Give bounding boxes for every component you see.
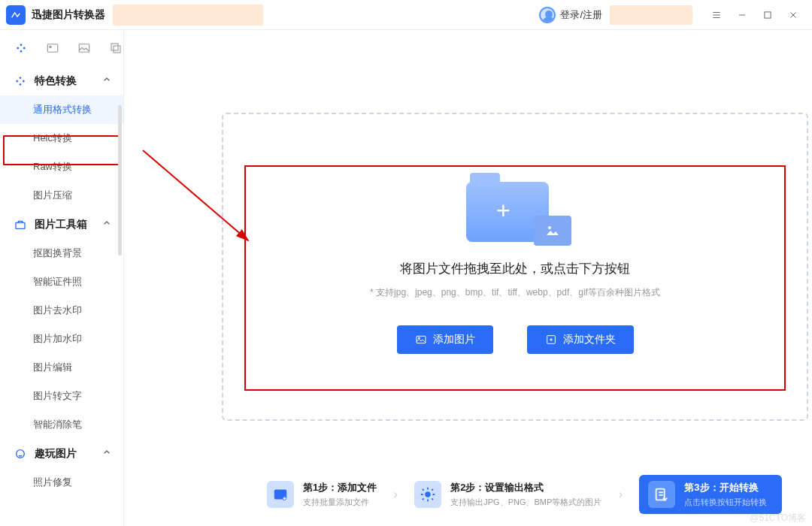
step-title: 第2步：设置输出格式	[450, 481, 601, 494]
step2-icon	[414, 481, 441, 508]
steps-bar: 第1步：添加文件 支持批量添加文件 › 第2步：设置输出格式 支持输出JPG、P…	[267, 472, 804, 517]
menu-button[interactable]	[704, 2, 729, 28]
folder-add-icon: +	[462, 167, 568, 249]
svg-point-8	[548, 226, 551, 229]
dropzone-subtitle: * 支持jpg、jpeg、png、bmp、tif、tiff、webp、pdf、g…	[370, 286, 660, 299]
svg-point-2	[50, 46, 51, 47]
button-label: 添加文件夹	[563, 333, 616, 346]
sidebar-item-add-watermark[interactable]: 图片加水印	[0, 325, 123, 353]
dropzone[interactable]: + 将图片文件拖拽至此处，或点击下方按钮 * 支持jpg、jpeg、png、bm…	[244, 165, 786, 391]
chevron-up-icon	[101, 74, 113, 88]
svg-rect-6	[16, 222, 25, 228]
fun-icon	[14, 447, 27, 461]
sidebar-item-eraser[interactable]: 智能消除笔	[0, 410, 123, 439]
sidebar-item-general-convert[interactable]: 通用格式转换	[0, 95, 123, 124]
sidebar-item-remove-watermark[interactable]: 图片去水印	[0, 296, 123, 325]
sidebar: 特色转换 通用格式转换 Heic转换 Raw转换 图片压缩 图片工具箱 抠图换背…	[0, 30, 124, 526]
nav-icon-3[interactable]	[77, 41, 92, 56]
step-sub: 点击转换按钮开始转换	[684, 497, 767, 508]
sidebar-group-fun[interactable]: 趣玩图片	[0, 439, 123, 468]
sidebar-item-ocr[interactable]: 图片转文字	[0, 382, 123, 410]
step-2: 第2步：设置输出格式 支持输出JPG、PNG、BMP等格式的图片	[414, 481, 601, 508]
group-label: 图片工具箱	[35, 218, 87, 231]
chevron-up-icon	[101, 217, 113, 231]
step-sub: 支持输出JPG、PNG、BMP等格式的图片	[450, 497, 601, 508]
group-label: 特色转换	[35, 74, 77, 88]
maximize-button[interactable]	[755, 2, 780, 28]
avatar-icon[interactable]	[539, 7, 556, 23]
sidebar-item-raw[interactable]: Raw转换	[0, 153, 123, 181]
sidebar-item-restore[interactable]: 照片修复	[0, 468, 123, 497]
svg-rect-1	[47, 44, 58, 53]
chevron-up-icon	[101, 446, 113, 461]
svg-rect-9	[417, 336, 426, 343]
app-name: 迅捷图片转换器	[32, 8, 105, 22]
step-arrow-icon: ›	[601, 488, 639, 501]
step1-icon	[267, 481, 294, 508]
app-logo	[6, 5, 26, 25]
sidebar-item-cutout[interactable]: 抠图换背景	[0, 239, 123, 268]
svg-rect-3	[79, 44, 89, 53]
login-link[interactable]: 登录/注册	[560, 8, 602, 22]
add-folder-button[interactable]: 添加文件夹	[527, 325, 634, 354]
sidebar-item-compress[interactable]: 图片压缩	[0, 181, 123, 210]
step-arrow-icon: ›	[377, 488, 414, 501]
sidebar-topnav	[0, 30, 123, 66]
step-title: 第1步：添加文件	[303, 481, 377, 494]
toolbox-icon	[14, 218, 27, 231]
button-label: 添加图片	[433, 333, 475, 346]
group-label: 趣玩图片	[35, 447, 77, 461]
nav-icon-1[interactable]	[14, 41, 29, 56]
step3-icon	[648, 481, 675, 508]
sidebar-group-toolbox[interactable]: 图片工具箱	[0, 210, 123, 239]
watermark: @51CTO博客	[750, 512, 806, 524]
svg-point-15	[426, 492, 430, 497]
featured-icon	[14, 74, 27, 88]
titlebar: 迅捷图片转换器 登录/注册	[0, 0, 812, 30]
sidebar-item-idphoto[interactable]: 智能证件照	[0, 268, 123, 296]
dropzone-title: 将图片文件拖拽至此处，或点击下方按钮	[400, 260, 630, 277]
sidebar-item-heic[interactable]: Heic转换	[0, 124, 123, 153]
close-button[interactable]	[780, 2, 806, 28]
svg-point-10	[418, 337, 420, 339]
sidebar-group-featured[interactable]: 特色转换	[0, 66, 123, 95]
promo-banner	[113, 5, 263, 26]
step-1: 第1步：添加文件 支持批量添加文件	[267, 481, 377, 508]
step-3[interactable]: 第3步：开始转换 点击转换按钮开始转换	[639, 475, 782, 514]
svg-rect-5	[114, 46, 120, 53]
sidebar-item-edit[interactable]: 图片编辑	[0, 353, 123, 382]
minimize-button[interactable]	[729, 2, 755, 28]
promo-banner-2	[610, 5, 692, 25]
svg-rect-4	[111, 44, 118, 50]
step-sub: 支持批量添加文件	[303, 497, 377, 508]
main-area: + 将图片文件拖拽至此处，或点击下方按钮 * 支持jpg、jpeg、png、bm…	[124, 30, 812, 526]
step-title: 第3步：开始转换	[684, 481, 767, 494]
svg-point-7	[17, 449, 25, 458]
nav-icon-2[interactable]	[45, 41, 60, 56]
nav-icon-4[interactable]	[108, 41, 123, 56]
add-image-button[interactable]: 添加图片	[397, 325, 493, 354]
svg-rect-0	[765, 11, 771, 17]
sidebar-scrollbar[interactable]	[118, 105, 122, 255]
